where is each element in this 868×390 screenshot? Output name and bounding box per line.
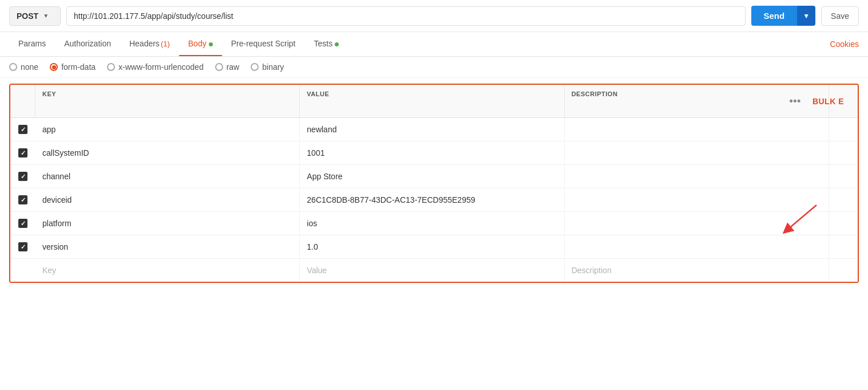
row3-key[interactable]: channel	[35, 165, 300, 188]
row5-checkbox[interactable]	[18, 219, 27, 228]
col-actions-header: ••• Bulk E	[829, 85, 858, 117]
row2-checkbox[interactable]	[18, 148, 27, 157]
method-chevron-icon: ▼	[43, 13, 49, 19]
col-value-header: VALUE	[300, 85, 564, 117]
row4-value[interactable]: 26C1C8DB-8B77-43DC-AC13-7ECD955E2959	[300, 188, 564, 211]
table-row: channel App Store	[10, 165, 858, 188]
radio-binary-circle	[251, 63, 259, 71]
send-dropdown-button[interactable]: ▼	[797, 6, 815, 26]
body-options: none form-data x-www-form-urlencoded raw…	[0, 57, 868, 78]
row2-value[interactable]: 1001	[300, 141, 564, 164]
row4-actions	[829, 188, 858, 211]
tab-params[interactable]: Params	[9, 32, 55, 56]
row1-checkbox[interactable]	[18, 125, 27, 134]
radio-none-circle	[9, 63, 17, 71]
row4-key[interactable]: deviceid	[35, 188, 300, 211]
cookies-link[interactable]: Cookies	[830, 33, 859, 56]
table-row: callSystemID 1001	[10, 141, 858, 165]
row6-checkbox-cell	[10, 237, 35, 257]
tab-body[interactable]: Body	[179, 32, 222, 56]
row3-checkbox[interactable]	[18, 172, 27, 181]
send-btn-group: Send ▼	[751, 6, 816, 26]
radio-urlencoded[interactable]: x-www-form-urlencoded	[107, 62, 204, 72]
radio-raw-circle	[215, 63, 223, 71]
method-label: POST	[17, 11, 38, 21]
tab-tests[interactable]: Tests	[305, 32, 348, 56]
row5-key[interactable]: platform	[35, 212, 300, 235]
headers-badge: (1)	[161, 40, 170, 48]
bulk-edit-button[interactable]: Bulk E	[806, 92, 851, 111]
row1-key[interactable]: app	[35, 118, 300, 141]
table-row: version 1.0	[10, 235, 858, 259]
row3-value[interactable]: App Store	[300, 165, 564, 188]
row2-checkbox-cell	[10, 143, 35, 163]
radio-raw[interactable]: raw	[215, 62, 240, 72]
tab-prerequest[interactable]: Pre-request Script	[222, 32, 305, 56]
method-select[interactable]: POST ▼	[9, 6, 61, 26]
placeholder-key[interactable]: Key	[35, 259, 300, 282]
row2-actions	[829, 141, 858, 164]
col-key-header: KEY	[35, 85, 300, 117]
top-bar: POST ▼ Send ▼ Save	[0, 0, 868, 32]
row5-actions	[829, 212, 858, 235]
row1-actions	[829, 118, 858, 141]
placeholder-checkbox-cell	[10, 265, 35, 276]
row3-actions	[829, 165, 858, 188]
row6-key[interactable]: version	[35, 235, 300, 258]
row3-checkbox-cell	[10, 166, 35, 187]
radio-urlencoded-circle	[107, 63, 115, 71]
save-button[interactable]: Save	[821, 6, 859, 26]
col-checkbox-header	[10, 85, 35, 117]
more-options-button[interactable]: •••	[784, 90, 805, 112]
row3-description[interactable]	[565, 165, 829, 188]
body-dot	[209, 42, 213, 46]
row2-description[interactable]	[565, 141, 829, 164]
tab-authorization[interactable]: Authorization	[55, 32, 120, 56]
tests-dot	[335, 42, 339, 46]
radio-form-data-circle	[50, 63, 58, 71]
svg-line-0	[787, 205, 817, 230]
row4-checkbox[interactable]	[18, 195, 27, 204]
annotation-arrow-icon	[778, 196, 823, 242]
row4-checkbox-cell	[10, 190, 35, 210]
params-table: KEY VALUE DESCRIPTION ••• Bulk E app new…	[9, 84, 859, 283]
radio-none[interactable]: none	[9, 62, 38, 72]
row5-checkbox-cell	[10, 213, 35, 234]
radio-binary[interactable]: binary	[251, 62, 284, 72]
row1-description[interactable]	[565, 118, 829, 141]
row6-actions	[829, 235, 858, 258]
placeholder-value[interactable]: Value	[300, 259, 564, 282]
url-input[interactable]	[66, 6, 746, 26]
row6-checkbox[interactable]	[18, 242, 27, 251]
row1-checkbox-cell	[10, 119, 35, 140]
table-row: deviceid 26C1C8DB-8B77-43DC-AC13-7ECD955…	[10, 188, 858, 212]
placeholder-actions	[829, 259, 858, 282]
table-row: app newland	[10, 118, 858, 141]
table-row-placeholder: Key Value Description	[10, 259, 858, 282]
row2-key[interactable]: callSystemID	[35, 141, 300, 164]
row6-value[interactable]: 1.0	[300, 235, 564, 258]
placeholder-description[interactable]: Description	[565, 259, 829, 282]
table-header: KEY VALUE DESCRIPTION ••• Bulk E	[10, 85, 858, 118]
tab-headers[interactable]: Headers(1)	[120, 32, 179, 56]
radio-form-data[interactable]: form-data	[50, 62, 96, 72]
row1-value[interactable]: newland	[300, 118, 564, 141]
table-row: platform ios	[10, 212, 858, 235]
send-button[interactable]: Send	[751, 6, 798, 26]
tabs-left: Params Authorization Headers(1) Body Pre…	[9, 32, 348, 56]
tabs-bar: Params Authorization Headers(1) Body Pre…	[0, 32, 868, 57]
row5-value[interactable]: ios	[300, 212, 564, 235]
